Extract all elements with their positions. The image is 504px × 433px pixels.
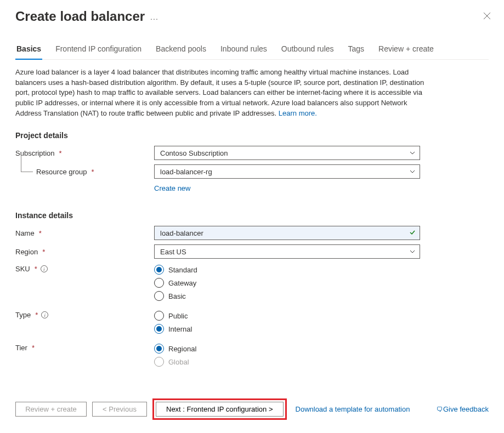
tab-outbound[interactable]: Outbound rules — [280, 40, 335, 60]
download-template-link[interactable]: Download a template for automation — [296, 405, 410, 413]
sku-option-gateway[interactable]: Gateway — [154, 278, 197, 288]
required-indicator: * — [42, 248, 45, 256]
required-indicator: * — [39, 229, 42, 237]
tab-basics[interactable]: Basics — [15, 40, 42, 60]
give-feedback-link[interactable]: 🗨Give feedback — [437, 405, 489, 413]
tabs-bar: Basics Frontend IP configuration Backend… — [15, 40, 489, 60]
tier-label: Tier — [15, 344, 27, 352]
learn-more-link[interactable]: Learn more. — [279, 109, 317, 117]
next-button-highlight: Next : Frontend IP configuration > — [152, 398, 287, 420]
resource-group-select[interactable]: load-balancer-rg — [154, 164, 420, 179]
required-indicator: * — [59, 149, 62, 157]
type-radio-group: Public Internal — [154, 311, 192, 334]
sku-option-standard[interactable]: Standard — [154, 265, 197, 275]
tree-connector — [15, 164, 36, 179]
feedback-icon: 🗨 — [437, 406, 443, 413]
info-icon[interactable]: i — [41, 311, 48, 318]
tab-tags[interactable]: Tags — [347, 40, 366, 60]
info-icon[interactable]: i — [41, 265, 48, 272]
required-indicator: * — [92, 168, 94, 176]
tier-option-global: Global — [154, 357, 196, 367]
required-indicator: * — [35, 265, 37, 273]
footer-bar: Review + create < Previous Next : Fronte… — [15, 398, 489, 420]
description: Azure load balancer is a layer 4 load ba… — [15, 67, 432, 119]
tier-radio-group: Regional Global — [154, 344, 196, 367]
sku-radio-group: Standard Gateway Basic — [154, 265, 197, 301]
resource-group-label: Resource group — [36, 168, 87, 176]
tab-review[interactable]: Review + create — [377, 40, 435, 60]
type-option-internal[interactable]: Internal — [154, 324, 192, 334]
subscription-select[interactable]: Contoso Subscription — [154, 146, 420, 160]
sku-option-basic[interactable]: Basic — [154, 291, 197, 301]
previous-button[interactable]: < Previous — [92, 402, 147, 417]
check-icon — [409, 229, 416, 237]
region-select[interactable]: East US — [154, 244, 420, 259]
more-icon[interactable]: ··· — [150, 14, 158, 23]
tab-inbound[interactable]: Inbound rules — [219, 40, 268, 60]
review-create-button[interactable]: Review + create — [15, 402, 87, 417]
close-icon[interactable] — [483, 11, 491, 22]
tab-backend[interactable]: Backend pools — [155, 40, 207, 60]
sku-label: SKU — [15, 265, 30, 273]
name-label: Name — [15, 229, 35, 237]
next-button[interactable]: Next : Frontend IP configuration > — [156, 402, 284, 417]
type-label: Type — [15, 311, 31, 319]
name-input[interactable] — [154, 226, 420, 240]
section-instance-details: Instance details — [15, 211, 489, 220]
region-label: Region — [15, 248, 38, 256]
required-indicator: * — [35, 311, 38, 319]
page-title: Create load balancer — [15, 9, 145, 25]
tab-frontend[interactable]: Frontend IP configuration — [54, 40, 143, 60]
type-option-public[interactable]: Public — [154, 311, 192, 321]
create-new-link[interactable]: Create new — [154, 184, 190, 192]
section-project-details: Project details — [15, 131, 489, 140]
required-indicator: * — [32, 344, 35, 352]
description-text: Azure load balancer is a layer 4 load ba… — [15, 68, 424, 117]
tier-option-regional[interactable]: Regional — [154, 344, 196, 354]
